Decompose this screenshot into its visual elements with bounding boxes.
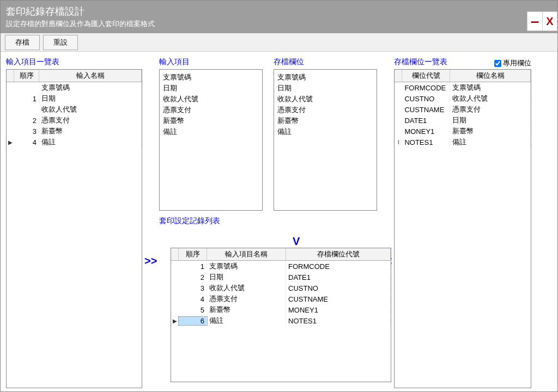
record-list-header-item: 輸入項目名稱 bbox=[207, 248, 286, 260]
dedicated-field-label: 專用欄位 bbox=[503, 58, 531, 68]
field-list-header-code: 欄位代號 bbox=[402, 70, 450, 82]
list-item[interactable]: 備註 bbox=[277, 126, 373, 137]
record-list-header-code: 存檔欄位代號 bbox=[286, 248, 391, 260]
push-right-button[interactable]: >> bbox=[142, 255, 159, 267]
table-row[interactable]: CUSTNO收款人代號 bbox=[395, 93, 531, 104]
table-row[interactable]: 2憑票支付 bbox=[7, 115, 142, 126]
save-button[interactable]: 存檔 bbox=[5, 35, 40, 50]
table-row[interactable]: 4憑票支付CUSTNAME bbox=[171, 293, 391, 304]
list-item[interactable]: 日期 bbox=[163, 83, 259, 94]
list-item[interactable]: 憑票支付 bbox=[163, 105, 259, 115]
list-item[interactable]: 收款人代號 bbox=[163, 94, 259, 105]
table-row[interactable]: ▶6備註NOTES1 bbox=[171, 315, 391, 326]
input-list-title: 輸入項目一覽表 bbox=[6, 57, 142, 67]
dedicated-field-checkbox-input[interactable] bbox=[494, 60, 501, 67]
list-item[interactable]: 新臺幣 bbox=[163, 115, 259, 126]
field-list-title: 存檔欄位一覽表 bbox=[394, 57, 447, 67]
toolbar: 存檔 重設 bbox=[1, 33, 557, 52]
list-item[interactable]: 憑票支付 bbox=[277, 105, 373, 115]
field-list-body[interactable]: FORMCODE支票號碼CUSTNO收款人代號CUSTNAME憑票支付DATE1… bbox=[395, 82, 531, 371]
list-item[interactable]: 支票號碼 bbox=[277, 72, 373, 83]
table-row[interactable]: CUSTNAME憑票支付 bbox=[395, 104, 531, 115]
list-item[interactable]: 備註 bbox=[163, 126, 259, 137]
dedicated-field-checkbox[interactable]: 專用欄位 bbox=[494, 58, 531, 68]
table-row[interactable]: 2日期DATE1 bbox=[171, 272, 391, 283]
table-row[interactable]: 3收款人代號CUSTNO bbox=[171, 283, 391, 293]
input-items-listbox[interactable]: 支票號碼日期收款人代號憑票支付新臺幣備註 bbox=[159, 69, 263, 211]
reset-button[interactable]: 重設 bbox=[43, 35, 78, 50]
window-subtitle: 設定存檔的對應欄位及作為匯入套印的檔案格式 bbox=[6, 19, 155, 29]
window-title: 套印紀錄存檔設計 bbox=[6, 5, 155, 18]
record-list-header-order: 順序 bbox=[179, 248, 207, 260]
table-row[interactable]: 支票號碼 bbox=[7, 82, 142, 93]
record-list-title: 套印設定記錄列表 bbox=[159, 216, 220, 226]
table-row[interactable]: FORMCODE支票號碼 bbox=[395, 82, 531, 93]
input-items-title: 輸入項目 bbox=[159, 57, 263, 67]
table-row[interactable]: 1支票號碼FORMCODE bbox=[171, 261, 391, 272]
field-list-header-name: 欄位名稱 bbox=[450, 70, 531, 82]
input-list-header-order: 順序 bbox=[14, 70, 39, 82]
down-button[interactable]: V bbox=[290, 235, 302, 248]
list-item[interactable]: 收款人代號 bbox=[277, 94, 373, 105]
table-row[interactable]: 5新臺幣MONEY1 bbox=[171, 304, 391, 315]
table-row[interactable]: MONEY1新臺幣 bbox=[395, 126, 531, 137]
table-row[interactable]: 1日期 bbox=[7, 93, 142, 104]
table-row[interactable]: ▶4備註 bbox=[7, 137, 142, 148]
table-row[interactable]: 收款人代號 bbox=[7, 104, 142, 115]
list-item[interactable]: 日期 bbox=[277, 83, 373, 94]
save-fields-listbox[interactable]: 支票號碼日期收款人代號憑票支付新臺幣備註 bbox=[274, 69, 377, 211]
table-row[interactable]: INOTES1備註 bbox=[395, 137, 531, 148]
input-list-header-name: 輸入名稱 bbox=[39, 70, 142, 82]
titlebar: 套印紀錄存檔設計 設定存檔的對應欄位及作為匯入套印的檔案格式 – X bbox=[1, 1, 557, 33]
list-item[interactable]: 新臺幣 bbox=[277, 115, 373, 126]
close-button[interactable]: X bbox=[542, 11, 557, 31]
input-list-body[interactable]: 支票號碼1日期收款人代號2憑票支付3新臺幣▶4備註 bbox=[7, 82, 142, 371]
save-fields-title: 存檔欄位 bbox=[274, 57, 377, 67]
table-row[interactable]: DATE1日期 bbox=[395, 115, 531, 126]
record-list-body[interactable]: 1支票號碼FORMCODE2日期DATE13收款人代號CUSTNO4憑票支付CU… bbox=[171, 261, 391, 382]
minimize-button[interactable]: – bbox=[527, 11, 542, 31]
table-row[interactable]: 3新臺幣 bbox=[7, 126, 142, 137]
list-item[interactable]: 支票號碼 bbox=[163, 72, 259, 83]
